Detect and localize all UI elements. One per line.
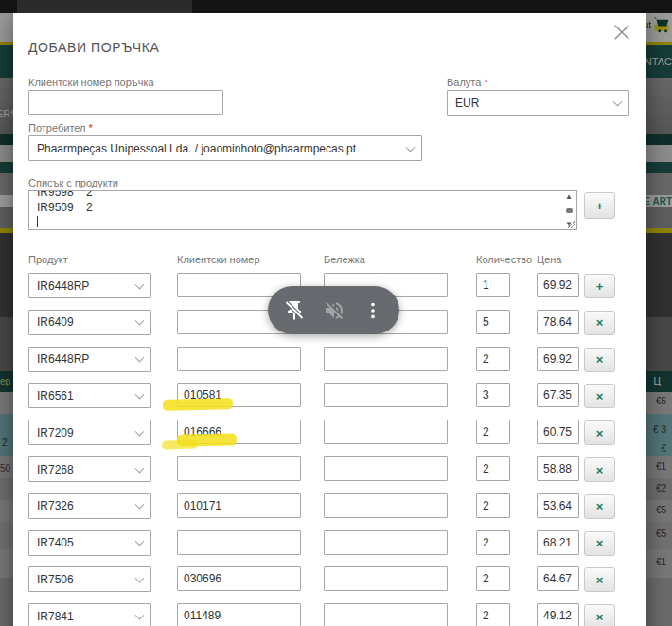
product-select[interactable]: IR7506 <box>28 566 151 592</box>
product-select[interactable]: IR6409 <box>28 310 151 335</box>
row-action-button[interactable]: × <box>584 457 615 482</box>
note-input[interactable] <box>324 566 448 591</box>
quantity-input[interactable] <box>476 273 510 297</box>
row-action-button[interactable]: × <box>584 384 615 408</box>
client-number-input[interactable] <box>177 347 301 371</box>
top-bar-segment <box>17 0 192 13</box>
table-row: IR7506 × <box>13 566 646 593</box>
price-input[interactable] <box>537 530 579 555</box>
price-input[interactable] <box>537 456 579 481</box>
note-input[interactable] <box>324 530 448 555</box>
pin-off-icon[interactable] <box>282 298 307 323</box>
currency-label: Валута * <box>447 77 488 88</box>
row-action-button[interactable]: × <box>584 311 615 335</box>
chevron-down-icon <box>613 97 623 106</box>
add-product-list-button[interactable]: + <box>584 192 615 219</box>
col-header-note: Бележка <box>324 254 365 265</box>
row-action-button[interactable]: × <box>584 420 615 445</box>
quantity-input[interactable] <box>476 530 510 555</box>
chevron-down-icon <box>135 537 145 546</box>
scroll-up-icon[interactable]: ▲ <box>565 192 573 201</box>
note-input[interactable] <box>324 456 448 481</box>
close-icon[interactable] <box>611 22 632 43</box>
quantity-input[interactable] <box>476 566 510 591</box>
quantity-input[interactable] <box>476 383 510 407</box>
product-select[interactable]: IR6448RP <box>28 273 151 298</box>
note-input[interactable] <box>324 347 448 371</box>
note-input[interactable] <box>324 420 448 444</box>
currency-select[interactable]: EUR <box>447 90 629 116</box>
highlight-marker <box>162 439 198 449</box>
row-action-button[interactable]: × <box>584 567 615 592</box>
chevron-down-icon <box>135 316 145 326</box>
highlight-marker <box>163 398 233 411</box>
chevron-down-icon <box>406 142 416 152</box>
table-row: IR7326 × <box>13 493 646 520</box>
product-list-text: IR9598 2 IR9509 2 <box>37 190 559 215</box>
client-number-input[interactable] <box>177 530 301 555</box>
price-input[interactable] <box>537 273 579 297</box>
top-black-bar <box>0 0 672 13</box>
required-asterisk: * <box>89 122 93 134</box>
note-input[interactable] <box>324 603 448 626</box>
client-number-input[interactable] <box>177 566 301 591</box>
chevron-down-icon <box>135 353 145 363</box>
product-select[interactable]: IR7209 <box>28 420 151 445</box>
product-select[interactable]: IR7268 <box>28 456 151 482</box>
quantity-input[interactable] <box>476 310 510 334</box>
table-row: IR7209 × <box>13 420 646 446</box>
client-number-input[interactable] <box>177 603 301 626</box>
product-select[interactable]: IR7405 <box>28 530 151 556</box>
client-number-input[interactable] <box>177 456 301 481</box>
chevron-down-icon <box>135 426 145 436</box>
chevron-down-icon <box>135 610 145 619</box>
row-action-button[interactable]: × <box>584 494 615 519</box>
scroll-thumb[interactable] <box>566 208 573 213</box>
note-input[interactable] <box>324 493 448 518</box>
product-select[interactable]: IR6448RP <box>28 347 151 372</box>
price-input[interactable] <box>537 420 579 444</box>
product-select[interactable]: IR6561 <box>28 383 151 408</box>
table-row: IR6448RP × <box>13 347 646 373</box>
price-input[interactable] <box>537 493 579 518</box>
chevron-down-icon <box>135 279 145 289</box>
col-header-product: Продукт <box>28 254 68 265</box>
row-action-button[interactable]: + <box>584 274 615 298</box>
product-list-textarea[interactable]: IR9598 2 IR9509 2 ▲ ▼ <box>28 190 577 230</box>
table-row: IR7268 × <box>13 456 646 483</box>
quantity-input[interactable] <box>476 493 510 518</box>
screen: ut ONTAC ERS HE ART Ц ep 2 50 €5€ 3€€1€ <box>0 0 672 626</box>
row-action-button[interactable]: × <box>584 348 615 372</box>
product-list-label: Списък с продукти <box>28 177 118 188</box>
user-select[interactable]: Phaarmpeças Unipessoal Lda. / joaominhot… <box>28 135 422 161</box>
more-vertical-icon[interactable] <box>361 298 385 323</box>
row-action-button[interactable]: × <box>584 604 615 626</box>
row-action-button[interactable]: × <box>584 531 615 556</box>
chevron-down-icon <box>135 463 145 473</box>
chevron-down-icon <box>135 500 145 510</box>
volume-muted-icon[interactable] <box>322 298 346 323</box>
client-order-number-input[interactable] <box>28 90 223 115</box>
chevron-down-icon <box>135 574 145 583</box>
resize-grip-icon[interactable] <box>567 220 575 228</box>
price-input[interactable] <box>537 383 579 407</box>
product-select[interactable]: IR7326 <box>28 493 151 519</box>
note-input[interactable] <box>324 383 448 407</box>
price-input[interactable] <box>537 347 579 371</box>
table-row: IR7405 × <box>13 530 646 557</box>
table-row: IR6561 × <box>13 383 646 409</box>
price-input[interactable] <box>537 566 579 591</box>
screen-share-toolbar <box>268 286 399 334</box>
price-input[interactable] <box>537 603 579 626</box>
user-label: Потребител * <box>28 122 93 134</box>
quantity-input[interactable] <box>476 347 510 371</box>
client-number-input[interactable] <box>177 493 301 518</box>
quantity-input[interactable] <box>476 420 510 444</box>
product-select[interactable]: IR7841 <box>28 603 151 626</box>
quantity-input[interactable] <box>476 456 510 481</box>
price-input[interactable] <box>537 310 579 334</box>
chevron-down-icon <box>135 390 145 400</box>
quantity-input[interactable] <box>476 603 510 626</box>
required-asterisk: * <box>484 77 487 88</box>
modal-title: ДОБАВИ ПОРЪЧКА <box>28 40 159 55</box>
